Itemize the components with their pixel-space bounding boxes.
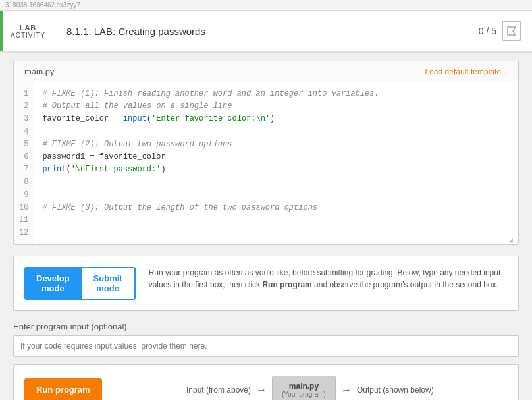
input-section: Enter program input (optional) xyxy=(13,322,519,357)
program-input[interactable] xyxy=(13,335,519,357)
flow-box: main.py (Your program) xyxy=(272,376,336,400)
flow-file-subtitle: (Your program) xyxy=(282,391,326,398)
flow-output-label: Output (shown below) xyxy=(357,386,434,395)
run-program-button[interactable]: Run program xyxy=(24,378,102,400)
mode-buttons-group: Develop mode Submit mode xyxy=(24,267,136,300)
editor-header: main.py Load default template... xyxy=(14,61,518,82)
arrow-right-2: → xyxy=(341,384,352,396)
flow-input-label: Input (from above) xyxy=(186,386,251,395)
score-box xyxy=(502,21,521,41)
run-row: Run program Input (from above) → main.py… xyxy=(24,376,508,400)
header: LAB ACTIVITY 8.1.1: LAB: Creating passwo… xyxy=(0,11,532,53)
url-text: 318038.1696462.cx3zyy7 xyxy=(5,1,80,9)
top-bar: 318038.1696462.cx3zyy7 xyxy=(0,0,532,11)
activity-label: ACTIVITY xyxy=(11,32,45,39)
resize-icon: ◢ xyxy=(509,235,516,242)
line-numbers: 1 2 3 4 5 6 7 8 9 10 11 12 xyxy=(14,82,34,244)
header-score-section: 0 / 5 xyxy=(468,11,532,51)
lab-label: LAB xyxy=(20,24,37,32)
flag-icon xyxy=(506,26,517,36)
header-title: 8.1.1: LAB: Creating passwords xyxy=(53,11,468,51)
score-text: 0 / 5 xyxy=(479,26,496,36)
run-section: Run program Input (from above) → main.py… xyxy=(13,364,519,400)
flow-file-label: main.py xyxy=(282,382,326,391)
submit-mode-button[interactable]: Submit mode xyxy=(82,267,136,300)
arrow-right-1: → xyxy=(256,384,267,396)
mode-description: Run your program as often as you'd like,… xyxy=(149,267,508,291)
input-label: Enter program input (optional) xyxy=(13,322,519,331)
load-template-link[interactable]: Load default template... xyxy=(425,67,508,76)
code-area[interactable]: 1 2 3 4 5 6 7 8 9 10 11 12 # FIXME (1): … xyxy=(14,82,518,244)
controls-row: Develop mode Submit mode Run your progra… xyxy=(13,256,519,311)
lab-badge: LAB ACTIVITY xyxy=(0,11,53,51)
editor-filename: main.py xyxy=(24,67,55,76)
code-content[interactable]: # FIXME (1): Finish reading another word… xyxy=(34,82,518,244)
flow-diagram: Input (from above) → main.py (Your progr… xyxy=(113,376,508,400)
svg-marker-0 xyxy=(508,27,516,35)
editor-container: main.py Load default template... 1 2 3 4… xyxy=(13,61,519,245)
develop-mode-button[interactable]: Develop mode xyxy=(24,267,82,300)
main-content: main.py Load default template... 1 2 3 4… xyxy=(0,53,532,400)
